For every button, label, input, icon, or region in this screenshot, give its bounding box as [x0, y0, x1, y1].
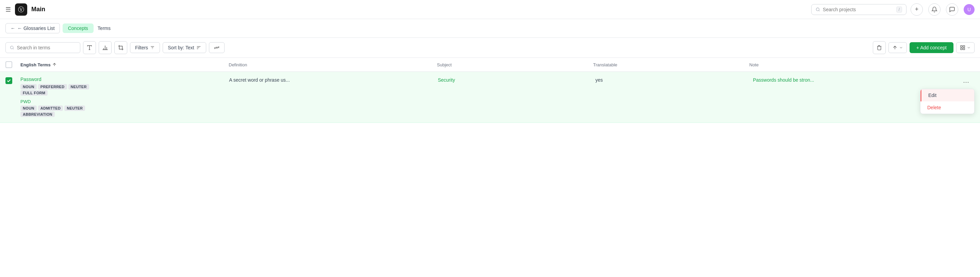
translatable-column-header: Translatable: [593, 62, 749, 67]
translatable-text: yes: [595, 77, 749, 83]
svg-rect-22: [963, 48, 965, 50]
text-format-icon: [86, 45, 92, 51]
sub-tag-noun: NOUN: [21, 105, 37, 111]
chat-icon: [949, 6, 955, 13]
term-column: Password NOUN PREFERRED NEUTER FULL FORM…: [21, 76, 229, 118]
view-toggle-button[interactable]: [956, 42, 975, 53]
translatable-column: yes: [595, 76, 753, 83]
svg-rect-19: [961, 46, 962, 47]
subject-column: Security: [438, 76, 595, 83]
filters-button[interactable]: Filters: [130, 42, 160, 53]
definition-text: A secret word or phrase us...: [229, 77, 434, 83]
reverse-sort-icon: [214, 45, 220, 50]
svg-rect-21: [961, 48, 962, 50]
terms-column-header: English Terms: [21, 62, 229, 67]
sort-order-button[interactable]: [888, 42, 907, 53]
app-logo: Ⓥ: [15, 3, 27, 16]
search-terms-bar: [5, 42, 80, 53]
svg-point-0: [816, 8, 819, 11]
sort-label: Sort by: Text: [168, 45, 194, 50]
terms-tab[interactable]: Terms: [96, 24, 112, 33]
note-text: Passwords should be stron...: [753, 77, 958, 83]
bar-chart-icon: [102, 45, 108, 51]
top-nav: ☰ Ⓥ Main / + U: [0, 0, 980, 19]
sub-term-tags: NOUN ADMITTED NEUTER: [21, 105, 225, 111]
bell-icon: [931, 6, 937, 13]
definition-column-header: Definition: [229, 62, 437, 67]
tag-noun: NOUN: [21, 84, 37, 89]
dropdown-menu: Edit Delete: [920, 89, 975, 114]
plus-icon: +: [915, 6, 919, 13]
concepts-tab[interactable]: Concepts: [63, 24, 94, 33]
notifications-button[interactable]: [928, 3, 940, 16]
crop-button[interactable]: [115, 41, 127, 54]
add-concept-label: + Add concept: [916, 45, 947, 50]
crop-icon: [118, 45, 124, 51]
svg-line-3: [13, 48, 14, 49]
primary-term-tags: NOUN PREFERRED NEUTER: [21, 84, 225, 89]
search-terms-icon: [10, 45, 14, 50]
note-column: Passwords should be stron...: [753, 76, 958, 83]
tag-neuter: NEUTER: [68, 84, 89, 89]
col-note-header: Note: [749, 62, 958, 67]
sort-order-icon: [892, 45, 898, 50]
trash-icon: [877, 45, 882, 50]
chat-button[interactable]: [946, 3, 958, 16]
view-chevron-icon: [967, 46, 971, 50]
primary-term[interactable]: Password: [21, 76, 225, 82]
sub-tag-abbreviation: ABBREVIATION: [21, 111, 55, 117]
delete-menu-item[interactable]: Delete: [920, 102, 974, 114]
avatar[interactable]: U: [964, 4, 975, 15]
nav-icons: + U: [911, 3, 975, 16]
text-format-button[interactable]: [83, 41, 96, 54]
search-terms-input[interactable]: [17, 45, 76, 50]
actions-column: ⋯: [958, 76, 975, 88]
edit-menu-item[interactable]: Edit: [920, 89, 974, 102]
search-bar: /: [811, 4, 907, 15]
logo-icon: Ⓥ: [18, 5, 24, 14]
add-button[interactable]: +: [911, 3, 923, 16]
chevron-down-icon: [899, 46, 903, 50]
header-checkbox[interactable]: [5, 61, 12, 68]
primary-term-tags-2: FULL FORM: [21, 90, 225, 96]
sort-terms-icon[interactable]: [52, 62, 57, 67]
note-column-header: Note: [749, 62, 958, 67]
svg-line-1: [819, 10, 819, 11]
tag-preferred: PREFERRED: [38, 84, 67, 89]
tag-full-form: FULL FORM: [21, 90, 48, 96]
col-check-header: [5, 61, 21, 68]
filters-label: Filters: [135, 45, 148, 50]
toolbar: Filters Sort by: Text + Add concept: [0, 38, 980, 58]
definition-column: A secret word or phrase us...: [229, 76, 438, 83]
delete-button[interactable]: [873, 41, 886, 54]
more-actions-button[interactable]: ⋯: [961, 76, 972, 88]
col-definition-header: Definition: [229, 62, 437, 67]
row-checkbox[interactable]: [5, 77, 12, 84]
svg-point-2: [11, 46, 13, 49]
subject-text: Security: [438, 77, 592, 83]
search-shortcut: /: [896, 6, 902, 13]
app-title: Main: [31, 6, 45, 13]
sub-tag-neuter: NEUTER: [64, 105, 85, 111]
sort-icon: [196, 45, 201, 50]
add-concept-button[interactable]: + Add concept: [910, 42, 953, 53]
back-arrow-icon: ←: [11, 25, 15, 31]
sub-term: PWD NOUN ADMITTED NEUTER ABBREVIATION: [21, 99, 225, 117]
sub-term-name[interactable]: PWD: [21, 99, 225, 104]
grid-view-icon: [960, 45, 966, 50]
menu-icon[interactable]: ☰: [5, 6, 11, 13]
reverse-sort-button[interactable]: [209, 42, 224, 53]
table-header: English Terms Definition Subject Transla…: [0, 58, 980, 72]
col-terms-header: English Terms: [21, 62, 229, 67]
back-to-glossaries-button[interactable]: ← ← Glossaries List: [5, 23, 60, 33]
sort-button[interactable]: Sort by: Text: [163, 42, 206, 53]
search-projects-input[interactable]: [823, 7, 894, 12]
chart-button[interactable]: [99, 41, 111, 54]
row-checkbox-col: [5, 76, 21, 84]
subject-column-header: Subject: [437, 62, 593, 67]
sub-term-tags-2: ABBREVIATION: [21, 111, 225, 117]
checkmark-icon: [7, 79, 11, 83]
breadcrumb: ← ← Glossaries List Concepts Terms: [0, 19, 980, 38]
filter-icon: [150, 45, 155, 50]
svg-rect-20: [963, 46, 965, 47]
